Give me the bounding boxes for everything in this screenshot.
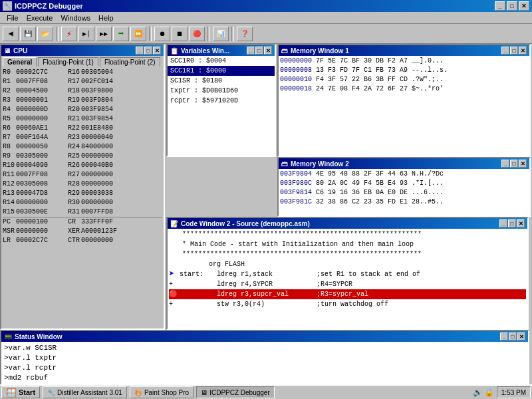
code-minimize[interactable]: _	[499, 219, 507, 227]
chart-button[interactable]: 📊	[213, 27, 229, 41]
record-button[interactable]: ⏺	[154, 27, 170, 41]
cpu-register-row: R500000000R21003F9854	[3, 114, 162, 124]
step-into-button[interactable]: ▶▶	[96, 27, 112, 41]
reg-val2: 002FC014	[81, 77, 132, 86]
mem2-close[interactable]: ✕	[519, 160, 527, 168]
variable-row[interactable]: SCC1R1 : $0000	[168, 66, 275, 76]
tab-general[interactable]: General	[3, 57, 37, 66]
cpu-close[interactable]: ✕	[153, 47, 161, 55]
reg-name2: CTR	[68, 236, 80, 245]
title-bar-controls: _ □ ✕	[495, 1, 529, 11]
reg-name: R4	[3, 105, 15, 114]
mem-hex: 32 38 86 C2 23 35 FD E1	[316, 198, 408, 205]
taskbar-debugger[interactable]: 🖥 ICDPPCZ Debugger	[196, 386, 275, 398]
status-maximize[interactable]: □	[509, 332, 517, 340]
vars-minimize[interactable]: _	[247, 47, 255, 55]
step-over-button[interactable]: ▶|	[78, 27, 94, 41]
close-button[interactable]: ✕	[519, 1, 529, 11]
memory-row: 00000008 13 F3 FD 7F C1 FB 73 A9 --..l..…	[280, 66, 528, 75]
mem1-title-icon: 🗃	[281, 47, 288, 55]
save-button[interactable]: 💾	[20, 27, 36, 41]
mem2-minimize[interactable]: _	[501, 160, 509, 168]
menu-help[interactable]: Help	[94, 13, 118, 23]
memory-row: 003F9814 C6 19 16 36 EB 0A E0 DE ...6...…	[280, 188, 528, 198]
status-content: >var.w SC1SR>var.l txptr>var.l rcptr>md2…	[1, 342, 528, 390]
mem2-maximize[interactable]: □	[510, 160, 518, 168]
tray-network-icon: 🔊	[473, 388, 483, 398]
variable-row[interactable]: SC1SR : $0180	[168, 76, 275, 86]
cpu-maximize[interactable]: □	[144, 47, 152, 55]
code-close[interactable]: ✕	[517, 219, 525, 227]
cpu-minimize[interactable]: _	[136, 47, 144, 55]
mem1-title-controls: _ □ ✕	[501, 47, 527, 55]
cpu-register-row: R800000050R2484000000	[3, 142, 162, 152]
cpu-register-row: R1400000000R3000000000	[3, 198, 162, 207]
reg-name2: R30	[68, 198, 80, 207]
tab-fp2[interactable]: Floating-Point (2)	[100, 57, 160, 66]
taskbar-paintshop[interactable]: 🎨 Paint Shop Pro	[130, 386, 194, 398]
vars-close[interactable]: ✕	[264, 47, 272, 55]
reg-name2: R28	[68, 180, 80, 189]
mem1-minimize[interactable]: _	[501, 47, 509, 55]
reg-val: 00305008	[16, 180, 66, 189]
menu-file[interactable]: File	[3, 13, 23, 23]
separator-3	[207, 27, 210, 41]
system-tray: 🔊 🔒	[473, 388, 494, 398]
help-button[interactable]: ❓	[237, 27, 253, 41]
mem1-maximize[interactable]: □	[510, 47, 518, 55]
app-icon: 🔧	[3, 1, 12, 11]
mem2-title-icon: 🗃	[281, 160, 288, 168]
menu-execute[interactable]: Execute	[23, 13, 57, 23]
cpu-special-row: PC00000100CR333FFF0F	[3, 217, 162, 227]
distiller-label: Distiller Assistant 3.01	[57, 389, 122, 396]
stop-button[interactable]: ⏹	[172, 27, 188, 41]
reg-val2: 001E8480	[81, 124, 132, 133]
status-close[interactable]: ✕	[517, 332, 525, 340]
mem-hex: F4 3F 57 22 B6 3B FF CD	[316, 76, 408, 83]
tab-fp1[interactable]: Floating-Point (1)	[38, 57, 98, 66]
reg-val2: 00000000	[81, 236, 132, 245]
maximize-button[interactable]: □	[507, 1, 517, 11]
reg-val: 0000000D	[16, 105, 66, 114]
reg-name: R2	[3, 86, 15, 96]
reset-button[interactable]: 🔴	[189, 27, 205, 41]
reg-name: R9	[3, 152, 15, 161]
reg-val: 0030500E	[16, 207, 66, 217]
variable-row[interactable]: rcptr : $5971020D	[168, 96, 275, 106]
code-instruction-row: +ldreg r4,SYPCR;R4=SYPCR	[169, 279, 526, 289]
reg-name: R14	[3, 198, 15, 207]
open-button[interactable]: 📂	[37, 27, 53, 41]
mem1-close[interactable]: ✕	[519, 47, 527, 55]
memory2-panel: 🗃 Memory Window 2 _ □ ✕ 003F9804 4E 95 4…	[277, 157, 531, 217]
plus-indicator: +	[169, 299, 180, 309]
taskbar-distiller[interactable]: 🔧 Distiller Assistant 3.01	[43, 386, 127, 398]
reg-val2: 00003038	[81, 189, 132, 198]
start-button[interactable]: 🪟 Start	[1, 386, 40, 398]
reg-val2: A0000123F	[81, 227, 132, 236]
vars-maximize[interactable]: □	[255, 47, 263, 55]
plus-indicator: +	[169, 279, 180, 289]
run-fast-button[interactable]: ⏩	[130, 27, 146, 41]
cpu-register-row: R200004500R18003F9800	[3, 86, 162, 96]
status-minimize[interactable]: _	[500, 332, 508, 340]
taskbar-clock: 1:53 PM	[497, 386, 531, 398]
memory-row: 003F9804 4E 95 48 88 2F 3F 44 63 N.H./?D…	[280, 170, 528, 179]
code-maximize[interactable]: □	[508, 219, 516, 227]
variable-row[interactable]: SCC1R0 : $0004	[168, 56, 275, 66]
code-label: start:	[180, 269, 217, 279]
mem-ascii: __].0...	[412, 57, 444, 65]
code-instruction-row: +stw r3,0(r4);turn watchdog off	[169, 299, 526, 309]
back-button[interactable]: ◀	[3, 27, 19, 41]
minimize-button[interactable]: _	[495, 1, 505, 11]
reg-val2: 003F9854	[81, 105, 132, 114]
cpu-panel: 🖥 CPU _ □ ✕ General Floating-Point (1) F…	[0, 44, 165, 330]
separator-4	[231, 27, 234, 41]
menu-windows[interactable]: Windows	[57, 13, 94, 23]
run-button[interactable]: ➡	[113, 27, 129, 41]
memory-row: 00000000 7F 5E 7C BF 30 DB F2 A7 __].0..…	[280, 57, 528, 66]
reg-name2: R19	[68, 96, 80, 105]
mem-ascii: 28..#5..	[412, 198, 444, 205]
mem-ascii: $~..*ro'	[412, 85, 444, 92]
step-button[interactable]: ⚡	[61, 27, 77, 41]
variable-row[interactable]: txptr : $D0B01D60	[168, 86, 275, 96]
